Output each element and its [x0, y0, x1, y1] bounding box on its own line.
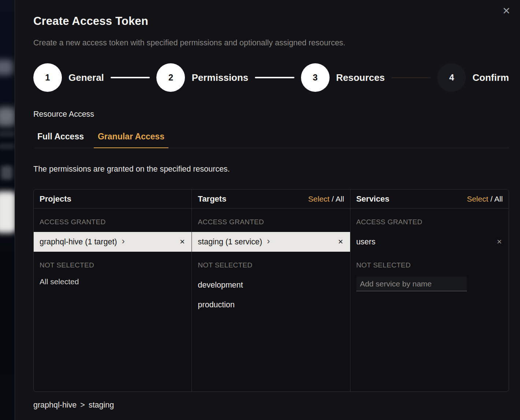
- targets-not-selected-label: NOT SELECTED: [192, 252, 350, 275]
- chevron-right-icon: ›: [267, 237, 270, 245]
- services-select-link[interactable]: Select: [467, 195, 488, 203]
- remove-service-icon[interactable]: ✕: [496, 236, 503, 247]
- targets-column-header: Targets Select / All: [192, 190, 350, 209]
- targets-column-title: Targets: [198, 194, 226, 204]
- step-resources-number: 3: [301, 63, 330, 92]
- step-permissions-number: 2: [156, 63, 185, 92]
- backdrop-blur-artifact: [1, 166, 12, 180]
- step-general-number: 1: [33, 63, 62, 92]
- create-access-token-dialog: ✕ Create Access Token Create a new acces…: [15, 0, 520, 420]
- remove-project-icon[interactable]: ✕: [179, 236, 186, 247]
- step-confirm[interactable]: 4 Confirm: [437, 63, 509, 92]
- granted-target-name: staging (1 service): [198, 237, 262, 247]
- step-connector: [391, 77, 431, 78]
- breadcrumb-separator: >: [80, 401, 85, 410]
- projects-all-selected-note: All selected: [34, 275, 192, 286]
- breadcrumb: graphql-hive > staging: [33, 401, 509, 410]
- granted-target-row[interactable]: staging (1 service) › ✕: [192, 232, 350, 252]
- services-select-all: Select / All: [467, 195, 503, 203]
- targets-column: Targets Select / All ACCESS GRANTED stag…: [192, 190, 350, 391]
- step-connector: [255, 77, 294, 78]
- tab-granular-access[interactable]: Granular Access: [94, 129, 168, 148]
- step-confirm-label: Confirm: [472, 72, 509, 83]
- close-icon: ✕: [502, 5, 510, 16]
- step-connector: [111, 77, 150, 78]
- targets-select-all: Select / All: [308, 195, 344, 203]
- target-option-production[interactable]: production: [192, 295, 350, 315]
- breadcrumb-target: staging: [89, 401, 114, 410]
- step-resources[interactable]: 3 Resources: [301, 63, 385, 92]
- services-access-granted-label: ACCESS GRANTED: [350, 209, 509, 232]
- dialog-description: Create a new access token with specified…: [33, 38, 509, 48]
- step-permissions[interactable]: 2 Permissions: [156, 63, 248, 92]
- dialog-title: Create Access Token: [33, 15, 509, 28]
- granted-project-row[interactable]: graphql-hive (1 target) › ✕: [34, 232, 192, 252]
- backdrop-blur-artifact: [0, 131, 15, 137]
- granted-service-row: users ✕: [350, 232, 509, 252]
- services-all-link[interactable]: All: [494, 195, 503, 203]
- step-confirm-number: 4: [437, 63, 466, 92]
- resource-access-heading: Resource Access: [33, 109, 509, 119]
- targets-all-link[interactable]: All: [335, 195, 344, 203]
- backdrop-blur-artifact: [0, 60, 13, 75]
- projects-column-title: Projects: [40, 194, 71, 204]
- services-column-header: Services Select / All: [350, 190, 509, 209]
- granular-access-note: The permissions are granted on the speci…: [33, 164, 509, 174]
- resource-selector-table: Projects ACCESS GRANTED graphql-hive (1 …: [33, 189, 509, 392]
- add-service-input[interactable]: [356, 277, 467, 291]
- granted-project-name: graphql-hive (1 target): [40, 237, 117, 247]
- chevron-right-icon: ›: [122, 237, 125, 245]
- projects-column: Projects ACCESS GRANTED graphql-hive (1 …: [34, 190, 192, 391]
- projects-not-selected-label: NOT SELECTED: [34, 252, 192, 275]
- remove-target-icon[interactable]: ✕: [337, 236, 344, 247]
- backdrop-blur-artifact: [0, 143, 15, 149]
- backdrop-blur-artifact: [0, 107, 15, 126]
- backdrop-blur-artifact: [0, 191, 15, 233]
- targets-select-link[interactable]: Select: [308, 195, 330, 203]
- projects-column-header: Projects: [34, 190, 192, 209]
- step-resources-label: Resources: [336, 72, 385, 83]
- step-general[interactable]: 1 General: [33, 63, 104, 92]
- services-column-title: Services: [356, 194, 390, 204]
- projects-access-granted-label: ACCESS GRANTED: [34, 209, 192, 232]
- targets-access-granted-label: ACCESS GRANTED: [192, 209, 350, 232]
- services-not-selected-label: NOT SELECTED: [350, 252, 509, 275]
- step-permissions-label: Permissions: [192, 72, 248, 83]
- granted-service-name: users: [356, 237, 376, 247]
- targets-select-separator: /: [330, 195, 335, 203]
- step-general-label: General: [68, 72, 104, 83]
- target-option-development[interactable]: development: [192, 275, 350, 295]
- services-select-separator: /: [488, 195, 494, 203]
- background-page: [0, 0, 15, 420]
- resource-access-tabs: Full Access Granular Access: [33, 129, 509, 148]
- services-column: Services Select / All ACCESS GRANTED use…: [350, 190, 509, 391]
- breadcrumb-project: graphql-hive: [33, 401, 77, 410]
- tab-full-access[interactable]: Full Access: [33, 129, 88, 148]
- wizard-stepper: 1 General 2 Permissions 3 Resources 4 Co…: [33, 63, 509, 92]
- close-button[interactable]: ✕: [500, 4, 513, 18]
